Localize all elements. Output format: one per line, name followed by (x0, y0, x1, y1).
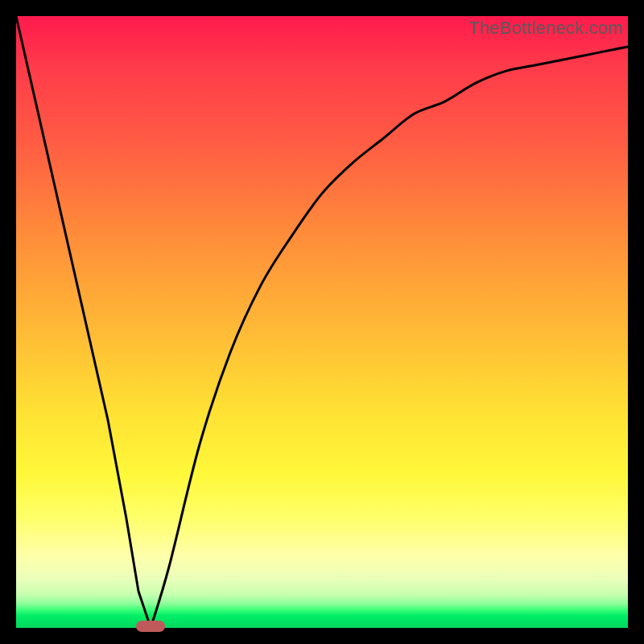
curve-path (16, 16, 628, 628)
bottleneck-curve (16, 16, 628, 628)
watermark-text: TheBottleneck.com (469, 18, 623, 39)
optimal-marker (136, 621, 165, 632)
chart-frame: TheBottleneck.com (16, 16, 628, 628)
